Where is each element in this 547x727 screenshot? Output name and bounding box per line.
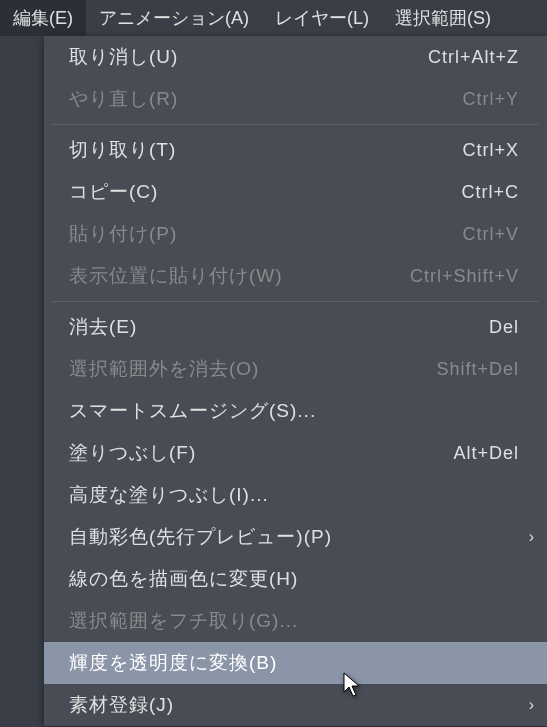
menu-item: 選択範囲をフチ取り(G)... (44, 600, 547, 642)
menu-item[interactable]: 線の色を描画色に変更(H) (44, 558, 547, 600)
menu-separator (52, 301, 539, 302)
menu-item[interactable]: 切り取り(T)Ctrl+X (44, 129, 547, 171)
menu-item-shortcut: Shift+Del (436, 359, 519, 380)
menubar: 編集(E) アニメーション(A) レイヤー(L) 選択範囲(S) (0, 0, 547, 36)
menu-item[interactable]: 素材登録(J)› (44, 684, 547, 726)
menu-item-shortcut: Alt+Del (453, 443, 519, 464)
menu-item[interactable]: 消去(E)Del (44, 306, 547, 348)
menu-item-label: コピー(C) (69, 179, 461, 205)
menu-item-label: 選択範囲外を消去(O) (69, 356, 436, 382)
menu-item-shortcut: Ctrl+C (461, 182, 519, 203)
menu-item-shortcut: Ctrl+Shift+V (410, 266, 519, 287)
menu-item-label: 線の色を描画色に変更(H) (69, 566, 527, 592)
menu-item: 貼り付け(P)Ctrl+V (44, 213, 547, 255)
menu-item: 表示位置に貼り付け(W)Ctrl+Shift+V (44, 255, 547, 297)
menu-item: 選択範囲外を消去(O)Shift+Del (44, 348, 547, 390)
menu-item[interactable]: 輝度を透明度に変換(B) (44, 642, 547, 684)
menu-item-label: 貼り付け(P) (69, 221, 462, 247)
menu-item-label: 塗りつぶし(F) (69, 440, 453, 466)
edit-dropdown: 取り消し(U)Ctrl+Alt+Zやり直し(R)Ctrl+Y切り取り(T)Ctr… (44, 36, 547, 726)
menu-item-label: やり直し(R) (69, 86, 462, 112)
menu-item-shortcut: Del (489, 317, 519, 338)
menu-item[interactable]: 塗りつぶし(F)Alt+Del (44, 432, 547, 474)
menu-item-label: スマートスムージング(S)... (69, 398, 527, 424)
menu-item-label: 自動彩色(先行プレビュー)(P) (69, 524, 527, 550)
menubar-item-layer[interactable]: レイヤー(L) (262, 0, 382, 36)
menubar-item-edit[interactable]: 編集(E) (0, 0, 86, 36)
menu-item-shortcut: Ctrl+Y (462, 89, 519, 110)
menu-item-label: 表示位置に貼り付け(W) (69, 263, 410, 289)
menubar-item-selection[interactable]: 選択範囲(S) (382, 0, 504, 36)
menu-item-label: 選択範囲をフチ取り(G)... (69, 608, 527, 634)
menubar-item-animation[interactable]: アニメーション(A) (86, 0, 262, 36)
menu-item-shortcut: Ctrl+Alt+Z (428, 47, 519, 68)
menu-item[interactable]: スマートスムージング(S)... (44, 390, 547, 432)
menu-item-label: 取り消し(U) (69, 44, 428, 70)
menu-item-label: 高度な塗りつぶし(I)... (69, 482, 527, 508)
menu-item: やり直し(R)Ctrl+Y (44, 78, 547, 120)
menu-item-label: 切り取り(T) (69, 137, 462, 163)
chevron-right-icon: › (529, 696, 535, 714)
menu-item-label: 輝度を透明度に変換(B) (69, 650, 527, 676)
menu-separator (52, 124, 539, 125)
menu-item-shortcut: Ctrl+V (462, 224, 519, 245)
menu-item-label: 消去(E) (69, 314, 489, 340)
menu-item[interactable]: 取り消し(U)Ctrl+Alt+Z (44, 36, 547, 78)
menu-item-label: 素材登録(J) (69, 692, 527, 718)
menu-item-shortcut: Ctrl+X (462, 140, 519, 161)
menu-item[interactable]: コピー(C)Ctrl+C (44, 171, 547, 213)
menu-item[interactable]: 高度な塗りつぶし(I)... (44, 474, 547, 516)
chevron-right-icon: › (529, 528, 535, 546)
menu-item[interactable]: 自動彩色(先行プレビュー)(P)› (44, 516, 547, 558)
